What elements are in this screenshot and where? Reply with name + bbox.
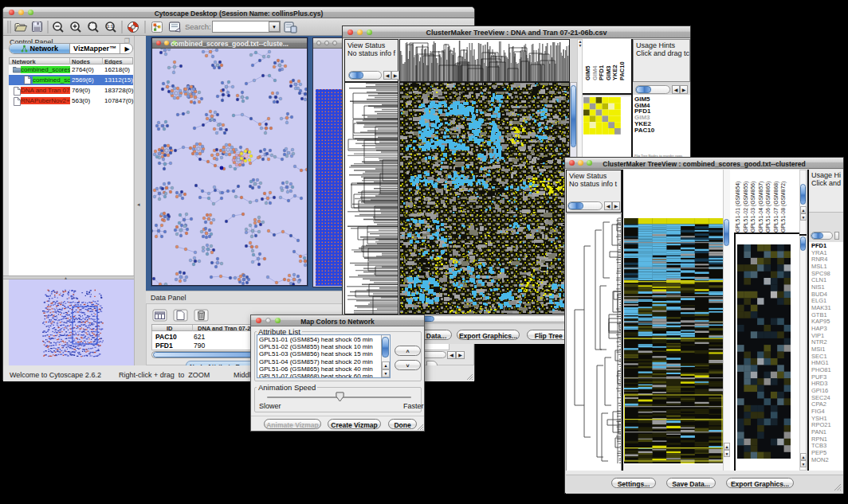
svg-text:GPL51-04 (GSM857): GPL51-04 (GSM857) — [758, 182, 764, 232]
svg-text:1:1: 1:1 — [107, 24, 113, 29]
svg-text:PAC10: PAC10 — [618, 61, 626, 80]
svg-text:Search:: Search: — [185, 22, 211, 31]
svg-text:GPL51-02 (GSM855): GPL51-02 (GSM855) — [743, 182, 749, 232]
svg-text:GPL51-07 (GSM868): GPL51-07 (GSM868) — [773, 182, 779, 232]
svg-text:GPL51-03 (GSM856): GPL51-03 (GSM856) — [750, 182, 756, 232]
svg-text:GPL51-08 (GSM872): GPL51-08 (GSM872) — [780, 182, 787, 232]
svg-text:GPL51-06 (GSM865): GPL51-06 (GSM865) — [765, 182, 771, 232]
svg-text:GPL51-01 (GSM854): GPL51-01 (GSM854) — [735, 182, 741, 232]
